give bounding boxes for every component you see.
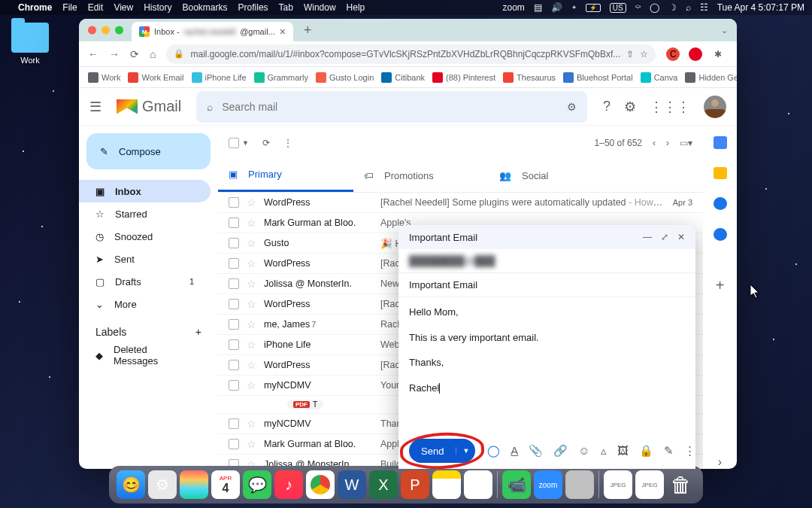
email-checkbox[interactable] (229, 380, 239, 391)
drive-icon[interactable]: ▵ (601, 444, 607, 458)
lock-icon[interactable]: 🔒 (174, 49, 184, 59)
compose-subject-field[interactable]: Important Email (398, 273, 695, 297)
menu-window[interactable]: Window (304, 2, 336, 13)
clock[interactable]: Tue Apr 4 5:07:17 PM (717, 2, 804, 13)
close-window-button[interactable] (88, 26, 96, 35)
select-all-checkbox[interactable] (229, 138, 239, 148)
email-checkbox[interactable] (229, 418, 239, 429)
search-options-icon[interactable]: ⚙ (567, 101, 577, 113)
dock-facetime[interactable]: 📹 (502, 470, 531, 499)
star-icon[interactable]: ☆ (247, 339, 256, 351)
address-bar[interactable]: 🔒 mail.google.com/mail/u/1/#inbox?compos… (166, 44, 656, 64)
select-dropdown[interactable]: ▼ (242, 139, 249, 147)
moon-icon[interactable]: ☽ (668, 2, 677, 13)
email-checkbox[interactable] (229, 319, 239, 330)
nav-more[interactable]: ⌄More (79, 293, 211, 315)
dock-preview[interactable] (565, 470, 594, 499)
email-checkbox[interactable] (229, 278, 239, 289)
minimize-window-button[interactable] (102, 26, 110, 35)
settings-icon[interactable]: ⚙ (624, 99, 636, 115)
add-label-button[interactable]: + (195, 326, 201, 338)
send-button[interactable]: Send ▼ (409, 439, 475, 463)
main-menu-button[interactable]: ☰ (89, 99, 102, 115)
next-page-button[interactable]: › (666, 138, 669, 148)
email-checkbox[interactable] (229, 299, 239, 309)
dock-slack[interactable]: ✳ (464, 470, 492, 499)
star-icon[interactable]: ☆ (640, 49, 648, 59)
prev-page-button[interactable]: ‹ (653, 138, 656, 148)
dock-settings[interactable]: ⚙ (148, 470, 177, 499)
user-icon[interactable]: ◯ (650, 2, 659, 13)
nav-inbox[interactable]: ▣Inbox (79, 180, 211, 202)
search-mail-box[interactable]: ⌕ ⚙ (196, 91, 587, 123)
back-button[interactable]: ← (88, 48, 98, 60)
dock-powerpoint[interactable]: P (401, 470, 429, 499)
screen-record-icon[interactable]: ▤ (534, 2, 542, 13)
menu-app[interactable]: Chrome (18, 2, 52, 13)
star-icon[interactable]: ☆ (247, 359, 256, 371)
popout-compose-button[interactable]: ⤢ (661, 232, 668, 242)
help-icon[interactable]: ? (603, 99, 611, 114)
apps-icon[interactable]: ⋮⋮⋮ (650, 99, 690, 115)
new-tab-button[interactable]: + (304, 23, 312, 38)
email-checkbox[interactable] (229, 258, 239, 269)
compose-to-field[interactable]: ████████@███ (398, 249, 695, 273)
nav-starred[interactable]: ☆Starred (79, 202, 211, 225)
tabs-dropdown-button[interactable]: ⌄ (721, 26, 728, 35)
refresh-button[interactable]: ⟳ (262, 138, 270, 148)
star-icon[interactable]: ☆ (247, 278, 256, 290)
spotlight-icon[interactable]: ⌕ (686, 2, 691, 13)
dock-zoom[interactable]: zoom (534, 470, 562, 499)
nav-snoozed[interactable]: ◷Snoozed (79, 225, 211, 248)
bookmark-item[interactable]: Grammarly (254, 72, 308, 83)
dock-word[interactable]: W (338, 470, 366, 499)
compose-button[interactable]: ✎ Compose (86, 133, 211, 169)
bookmark-item[interactable]: Gusto Login (316, 72, 374, 83)
bookmark-item[interactable]: Citibank (381, 72, 425, 83)
nav-sent[interactable]: ➤Sent (79, 248, 211, 270)
dock-file-1[interactable]: JPEG (604, 470, 632, 499)
input-source[interactable]: US (610, 3, 626, 13)
tab-promotions[interactable]: 🏷Promotions (353, 159, 489, 192)
email-checkbox[interactable] (229, 197, 239, 208)
bookmark-item[interactable]: iPhone Life (192, 72, 247, 83)
dock-file-2[interactable]: JPEG (635, 470, 664, 499)
star-icon[interactable]: ☆ (247, 298, 256, 310)
desktop-folder-work[interactable]: Work (11, 23, 49, 65)
dock-launchpad[interactable] (180, 470, 208, 499)
format-color-icon[interactable]: ◯ (487, 444, 500, 458)
dock-messages[interactable]: 💬 (243, 470, 271, 499)
email-checkbox[interactable] (229, 360, 239, 370)
menu-edit[interactable]: Edit (88, 2, 104, 13)
bookmark-item[interactable]: Bluehost Portal (563, 72, 633, 83)
reload-button[interactable]: ⟳ (130, 48, 139, 60)
dock-calendar[interactable]: APR4 (211, 470, 240, 499)
search-input[interactable] (222, 101, 558, 113)
dock-chrome[interactable] (306, 470, 335, 499)
dock-finder[interactable]: 😊 (117, 470, 145, 499)
fullscreen-window-button[interactable] (115, 26, 123, 35)
star-icon[interactable]: ☆ (247, 217, 256, 229)
tab-social[interactable]: 👥Social (489, 159, 624, 192)
email-checkbox[interactable] (229, 238, 239, 248)
cast-icon[interactable]: ▢ (734, 47, 737, 61)
zoom-menubar-icon[interactable]: zoom (502, 2, 524, 13)
email-checkbox[interactable] (229, 339, 239, 350)
attach-file-icon[interactable]: 📎 (529, 444, 543, 458)
confidential-icon[interactable]: 🔒 (639, 444, 653, 458)
compose-title-bar[interactable]: Important Email — ⤢ ✕ (398, 225, 695, 249)
email-checkbox[interactable] (229, 439, 239, 449)
input-tools-button[interactable]: ▭▾ (680, 138, 692, 148)
ext-icon-1[interactable]: C (666, 47, 680, 61)
ext-icon-2[interactable] (689, 47, 702, 61)
more-options-icon[interactable]: ⋮ (684, 444, 695, 458)
bookmark-item[interactable]: Work Email (128, 72, 183, 83)
dock-excel[interactable]: X (369, 470, 398, 499)
signature-icon[interactable]: ✎ (664, 444, 674, 458)
minimize-compose-button[interactable]: — (643, 232, 652, 242)
contacts-icon[interactable] (714, 228, 727, 241)
dock-notes[interactable] (432, 470, 461, 499)
bookmark-item[interactable]: (88) Pinterest (432, 72, 495, 83)
star-icon[interactable]: ☆ (247, 237, 256, 249)
email-checkbox[interactable] (229, 217, 239, 228)
